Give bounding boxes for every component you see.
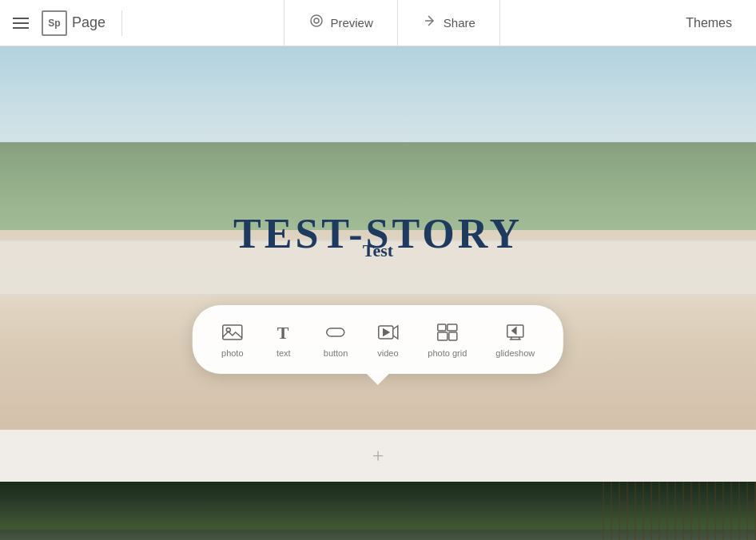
photo-icon — [221, 321, 244, 343]
svg-rect-11 — [449, 332, 457, 340]
svg-rect-10 — [438, 332, 448, 340]
photo-grid-icon — [436, 321, 459, 343]
svg-rect-8 — [438, 324, 446, 331]
toolbar-video[interactable]: video — [370, 318, 405, 361]
button-icon — [324, 321, 347, 343]
svg-point-1 — [314, 18, 319, 23]
hero-section: TEST-STORY Test photo T text — [0, 46, 756, 430]
svg-rect-9 — [448, 324, 457, 331]
bottom-preview-section — [0, 482, 756, 540]
add-section-bar[interactable]: + — [0, 430, 756, 482]
toolbar-button[interactable]: button — [317, 318, 355, 361]
text-label: text — [277, 348, 291, 358]
toolbar-photo[interactable]: photo — [215, 318, 250, 361]
svg-rect-5 — [327, 328, 344, 336]
header-actions: Preview Share — [122, 0, 662, 46]
app-title: Page — [72, 14, 105, 31]
add-section-button[interactable]: + — [372, 446, 384, 467]
main-canvas: TEST-STORY Test photo T text — [0, 46, 756, 540]
svg-rect-2 — [223, 325, 242, 339]
hamburger-menu[interactable] — [0, 18, 42, 29]
glideshow-label: glideshow — [495, 348, 535, 358]
share-button[interactable]: Share — [398, 0, 500, 46]
video-label: video — [377, 348, 398, 358]
toolbar-glideshow[interactable]: glideshow — [489, 318, 541, 361]
video-icon — [376, 321, 399, 343]
photo-label: photo — [221, 348, 244, 358]
toolbar-text[interactable]: T text — [266, 318, 301, 361]
glideshow-icon — [504, 321, 527, 343]
svg-point-0 — [311, 15, 322, 26]
hero-subtitle: Test — [363, 240, 393, 261]
logo-icon: Sp — [42, 10, 67, 36]
svg-marker-7 — [383, 329, 388, 336]
header: Sp Page Preview Share Themes — [0, 0, 756, 46]
toolbar-popup: photo T text button vid — [193, 305, 563, 374]
svg-text:T: T — [277, 323, 289, 343]
text-icon: T — [273, 321, 295, 343]
preview-button[interactable]: Preview — [284, 0, 397, 46]
button-label: button — [324, 348, 348, 358]
photo-grid-label: photo grid — [428, 348, 467, 358]
logo-area: Sp Page — [42, 10, 122, 36]
toolbar-photo-grid[interactable]: photo grid — [421, 318, 473, 361]
reed-lines — [596, 482, 756, 540]
themes-button[interactable]: Themes — [662, 0, 756, 46]
share-icon — [422, 13, 438, 33]
preview-icon — [308, 13, 324, 33]
